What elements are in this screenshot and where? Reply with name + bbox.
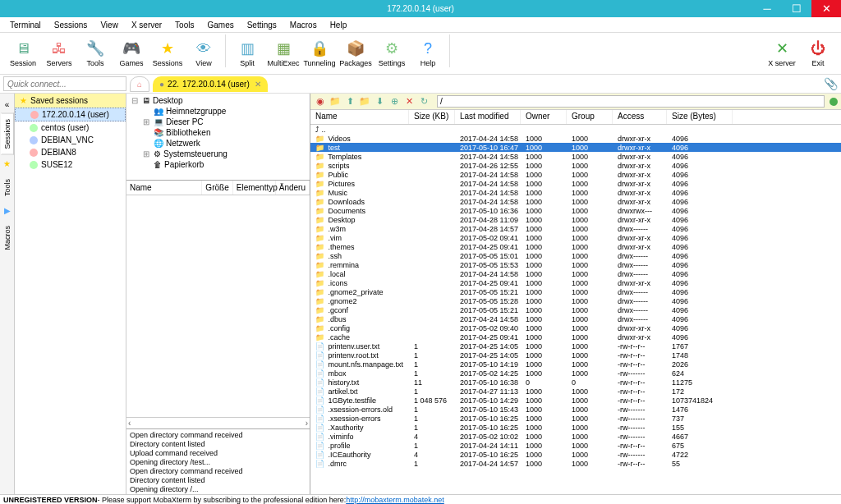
toolbar-settings[interactable]: ⚙Settings [374, 34, 410, 73]
collapse-icon[interactable]: « [2, 99, 13, 110]
toolbar-tools[interactable]: 🔧Tools [77, 34, 113, 73]
menu-x-server[interactable]: X server [125, 19, 168, 31]
toolbar-tunneling[interactable]: 🔒Tunneling [301, 34, 338, 73]
menu-tools[interactable]: Tools [168, 19, 200, 31]
delete-icon[interactable]: ✕ [402, 95, 416, 108]
file-row[interactable]: 📁 .dbus2017-04-24 14:5810001000drwx-----… [310, 314, 841, 323]
register-link[interactable]: http://mobaxterm.mobatek.net [346, 496, 444, 504]
file-row[interactable]: 📄 printenv.user.txt12017-04-25 14:051000… [310, 341, 841, 351]
toolbar-packages[interactable]: 📦Packages [338, 34, 374, 73]
toolbar-x-server[interactable]: ✕X server [764, 34, 800, 73]
menu-settings[interactable]: Settings [241, 19, 283, 31]
tree-item[interactable]: 📚Bibliotheken [128, 127, 308, 138]
log-output: Open directory command receivedDirectory… [126, 428, 310, 494]
star-icon[interactable]: ★ [2, 158, 13, 170]
file-row[interactable]: 📁 test2017-05-10 16:4710001000drwxr-xr-x… [310, 143, 841, 152]
file-row[interactable]: 📁 .config2017-05-02 09:4010001000drwxr-x… [310, 323, 841, 332]
menu-terminal[interactable]: Terminal [3, 19, 48, 31]
file-row[interactable]: 📁 Downloads2017-04-24 14:5810001000drwxr… [310, 197, 841, 206]
file-row[interactable]: 📁 Templates2017-04-24 14:5810001000drwxr… [310, 152, 841, 161]
file-row[interactable]: 📄 .Xauthority12017-05-10 16:2510001000-r… [310, 423, 841, 432]
sidetab-sessions[interactable]: Sessions [1, 113, 14, 155]
file-row[interactable]: 📄 mbox12017-05-02 14:2510001000-rw------… [310, 369, 841, 378]
file-row[interactable]: 📄 mount.nfs.manpage.txt12017-05-10 14:19… [310, 360, 841, 369]
session-item[interactable]: centos (user) [15, 121, 126, 134]
file-row[interactable]: 📄 .ICEauthority42017-05-10 16:2510001000… [310, 450, 841, 459]
toolbar-exit[interactable]: ⏻Exit [800, 34, 836, 73]
file-row[interactable]: 📄 .xsession-errors12017-05-10 16:2510001… [310, 414, 841, 423]
file-row[interactable]: 📄 history.txt112017-05-10 16:3800-rw-r--… [310, 378, 841, 387]
file-row[interactable]: 📁 Videos2017-04-24 14:5810001000drwxr-xr… [310, 134, 841, 143]
record-icon[interactable]: ◉ [314, 95, 327, 108]
toolbar-session[interactable]: 🖥Session [5, 34, 41, 73]
home-tab[interactable]: ⌂ [130, 76, 149, 92]
file-row[interactable]: 📁 .vim2017-05-02 09:4110001000drwxr-xr-x… [310, 233, 841, 242]
file-row[interactable]: 📁 .ssh2017-05-05 15:0110001000drwx------… [310, 251, 841, 260]
close-button[interactable]: ✕ [811, 0, 841, 17]
download-icon[interactable]: ⬇ [373, 95, 386, 108]
attach-icon[interactable]: 📎 [824, 77, 838, 90]
add-icon[interactable]: ⊕ [388, 95, 401, 108]
file-row[interactable]: 📁 Documents2017-05-10 16:3610001000drwxr… [310, 206, 841, 215]
file-row[interactable]: 📁 Music2017-04-24 14:5810001000drwxr-xr-… [310, 188, 841, 197]
folder-icon[interactable]: 📁 [329, 95, 342, 108]
maximize-button[interactable]: ☐ [782, 0, 811, 17]
sidetab-tools[interactable]: Tools [1, 173, 14, 202]
file-row[interactable]: 📁 .remmina2017-05-05 15:5310001000drwx--… [310, 260, 841, 269]
file-row[interactable]: 📄 .profile12017-04-24 14:1110001000-rw-r… [310, 441, 841, 450]
file-row[interactable]: 📄 printenv.root.txt12017-04-25 14:051000… [310, 351, 841, 360]
tree-item[interactable]: 🌐Netzwerk [128, 138, 308, 149]
toolbar-help[interactable]: ?Help [410, 34, 446, 73]
file-row[interactable]: 📁 Pictures2017-04-24 14:5810001000drwxr-… [310, 179, 841, 188]
session-item[interactable]: SUSE12 [15, 158, 126, 171]
file-row[interactable]: ⤴ .. [310, 125, 841, 134]
menu-help[interactable]: Help [324, 19, 354, 31]
session-item[interactable]: DEBIAN_VNC [15, 134, 126, 146]
file-row[interactable]: 📁 scripts2017-04-26 12:5510001000drwxr-x… [310, 161, 841, 170]
toolbar-multiexec[interactable]: ▦MultiExec [265, 34, 301, 73]
file-row[interactable]: 📁 Public2017-04-24 14:5810001000drwxr-xr… [310, 170, 841, 179]
tree-item[interactable]: ⊞⚙Systemsteuerung [128, 149, 308, 159]
minimize-button[interactable]: ─ [752, 0, 782, 17]
file-row[interactable]: 📁 .gnome22017-05-05 15:2810001000drwx---… [310, 296, 841, 305]
menu-sessions[interactable]: Sessions [48, 19, 94, 31]
file-row[interactable]: 📄 .viminfo42017-05-02 10:0210001000-rw--… [310, 432, 841, 441]
file-row[interactable]: 📁 Desktop2017-04-28 11:0910001000drwxr-x… [310, 215, 841, 224]
file-row[interactable]: 📁 .local2017-04-24 14:5810001000drwx----… [310, 269, 841, 278]
toolbar-sessions[interactable]: ★Sessions [149, 34, 186, 73]
local-file-list[interactable]: ‹› [126, 195, 310, 428]
menu-macros[interactable]: Macros [283, 19, 324, 31]
tree-item[interactable]: 🗑Papierkorb [128, 159, 308, 170]
toolbar-split[interactable]: ▥Split [229, 34, 265, 73]
toolbar-games[interactable]: 🎮Games [113, 34, 149, 73]
session-tab[interactable]: ● 22. 172.20.0.14 (user) ✕ [153, 76, 268, 92]
file-row[interactable]: 📄 .dmrc12017-04-24 14:5710001000-rw-r--r… [310, 459, 841, 468]
quickconnect-input[interactable] [3, 76, 126, 91]
file-icon: 📄 [315, 442, 324, 450]
path-input[interactable] [437, 95, 825, 108]
file-row[interactable]: 📁 .icons2017-04-25 09:4110001000drwxr-xr… [310, 278, 841, 287]
file-row[interactable]: 📁 .gnome2_private2017-05-05 15:211000100… [310, 287, 841, 296]
file-row[interactable]: 📁 .themes2017-04-25 09:4110001000drwxr-x… [310, 242, 841, 251]
menu-view[interactable]: View [94, 19, 125, 31]
toolbar-servers[interactable]: 🖧Servers [41, 34, 77, 73]
up-icon[interactable]: ⬆ [343, 95, 356, 108]
file-row[interactable]: 📄 1GByte.testfile1 048 5762017-05-10 14:… [310, 396, 841, 405]
toolbar-view[interactable]: 👁View [186, 34, 222, 73]
tab-close-icon[interactable]: ✕ [255, 80, 261, 89]
refresh-icon[interactable]: ↻ [417, 95, 430, 108]
tree-item[interactable]: ⊞💻Dieser PC [128, 117, 308, 127]
tree-item[interactable]: ⊟🖥Desktop [128, 95, 308, 106]
macro-icon[interactable]: ▶ [2, 205, 13, 217]
tree-item[interactable]: 👥Heimnetzgruppe [128, 106, 308, 117]
session-item[interactable]: 172.20.0.14 (user) [15, 108, 126, 121]
file-row[interactable]: 📄 artikel.txt12017-04-27 11:1310001000-r… [310, 387, 841, 396]
sidetab-macros[interactable]: Macros [1, 220, 14, 256]
file-row[interactable]: 📁 .w3m2017-04-28 14:5710001000drwx------… [310, 224, 841, 233]
folder-open-icon[interactable]: 📁 [358, 95, 371, 108]
file-row[interactable]: 📁 .cache2017-04-25 09:4110001000drwxr-xr… [310, 332, 841, 341]
file-row[interactable]: 📄 .xsession-errors.old12017-05-10 15:431… [310, 405, 841, 414]
session-item[interactable]: DEBIAN8 [15, 146, 126, 158]
menu-games[interactable]: Games [200, 19, 240, 31]
file-row[interactable]: 📁 .gconf2017-05-05 15:2110001000drwx----… [310, 305, 841, 314]
